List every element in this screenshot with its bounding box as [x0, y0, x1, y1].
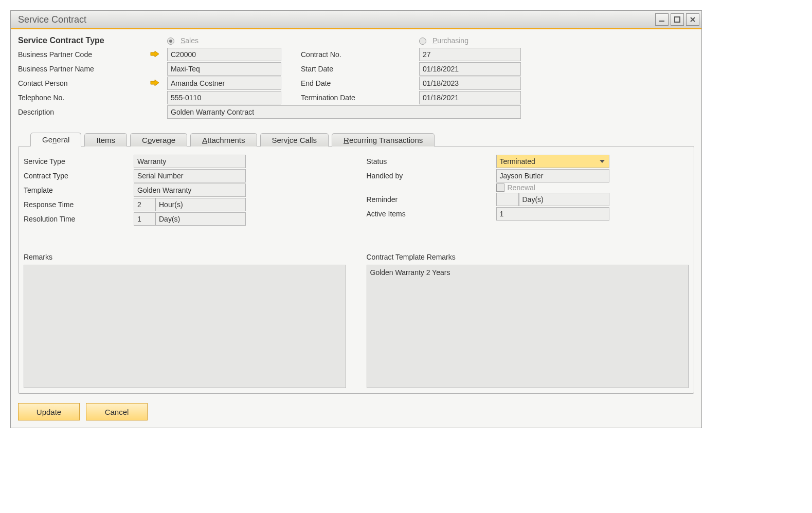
- renewal-label: Renewal: [508, 184, 535, 192]
- radio-purchasing-label: Purchasing: [432, 36, 468, 45]
- remarks-textarea[interactable]: [24, 265, 346, 388]
- term-date-label: Termination Date: [301, 92, 419, 103]
- response-time-val[interactable]: 2: [134, 198, 155, 211]
- close-icon: [690, 16, 696, 23]
- resolution-time-label: Resolution Time: [24, 213, 134, 225]
- end-date-label: End Date: [301, 78, 419, 89]
- close-button[interactable]: [686, 13, 699, 26]
- window-buttons: [655, 13, 699, 26]
- service-type-field[interactable]: Warranty: [134, 155, 246, 168]
- response-time-label: Response Time: [24, 199, 134, 210]
- bp-code-field[interactable]: C20000: [167, 48, 281, 61]
- contact-link[interactable]: [150, 79, 167, 88]
- bp-code-label: Business Partner Code: [18, 49, 150, 60]
- reminder-val[interactable]: [496, 193, 519, 206]
- link-arrow-icon: [150, 50, 160, 58]
- svg-rect-0: [659, 21, 664, 22]
- handled-by-field[interactable]: Jayson Butler: [496, 169, 609, 182]
- svg-marker-5: [151, 80, 159, 86]
- service-contract-window: Service Contract Service Contract Type S…: [10, 10, 702, 428]
- contract-no-field[interactable]: 27: [419, 48, 521, 61]
- bp-name-field[interactable]: Maxi-Teq: [167, 62, 281, 76]
- minimize-button[interactable]: [655, 13, 669, 26]
- status-select[interactable]: Terminated: [496, 155, 609, 168]
- bp-code-link[interactable]: [150, 50, 167, 59]
- bp-name-label: Business Partner Name: [18, 63, 150, 75]
- contract-type-label2: Contract Type: [24, 170, 134, 181]
- svg-rect-1: [675, 17, 680, 22]
- radio-sales[interactable]: [167, 38, 174, 45]
- resolution-time-unit[interactable]: Day(s): [155, 212, 246, 226]
- tab-general[interactable]: General: [30, 133, 81, 146]
- svg-marker-6: [600, 160, 605, 163]
- status-label: Status: [367, 156, 496, 167]
- start-date-label: Start Date: [301, 63, 419, 75]
- contract-no-label: Contract No.: [301, 49, 419, 60]
- tab-service-calls[interactable]: Service Calls: [260, 133, 329, 146]
- radio-sales-group: Sales: [167, 36, 281, 45]
- handled-by-label: Handled by: [367, 170, 496, 181]
- status-value: Terminated: [500, 157, 535, 166]
- header-form: Service Contract Type Sales Purchasing B…: [18, 34, 694, 119]
- template-remarks-label: Contract Template Remarks: [367, 251, 689, 263]
- tel-label: Telephone No.: [18, 92, 150, 103]
- contact-field[interactable]: Amanda Costner: [167, 77, 281, 90]
- minimize-icon: [659, 16, 665, 23]
- active-items-field[interactable]: 1: [496, 207, 609, 221]
- tab-coverage[interactable]: Coverage: [130, 133, 187, 146]
- active-items-label: Active Items: [367, 208, 496, 219]
- template-remarks-textarea[interactable]: Golden Warranty 2 Years: [367, 265, 689, 388]
- tab-recurring[interactable]: Recurring Transactions: [332, 133, 435, 146]
- desc-field[interactable]: Golden Warranty Contract: [167, 105, 521, 119]
- tab-panel-general: Service Type Warranty Contract Type Seri…: [18, 146, 694, 394]
- maximize-button[interactable]: [671, 13, 684, 26]
- contract-type-field[interactable]: Serial Number: [134, 169, 246, 182]
- chevron-down-icon: [598, 157, 607, 166]
- window-title: Service Contract: [18, 14, 86, 25]
- renewal-row: Renewal: [496, 184, 609, 192]
- start-date-field[interactable]: 01/18/2021: [419, 62, 521, 76]
- radio-sales-label: Sales: [181, 36, 199, 45]
- reminder-label: Reminder: [367, 194, 496, 205]
- desc-label: Description: [18, 106, 150, 118]
- term-date-field[interactable]: 01/18/2021: [419, 91, 521, 104]
- maximize-icon: [674, 16, 680, 23]
- tab-attachments[interactable]: Attachments: [190, 133, 257, 146]
- contact-label: Contact Person: [18, 78, 150, 89]
- remarks-label: Remarks: [24, 251, 346, 263]
- svg-marker-4: [151, 51, 159, 57]
- cancel-button[interactable]: Cancel: [86, 403, 148, 420]
- tabs: General Items Coverage Attachments Servi…: [18, 132, 694, 146]
- tel-field[interactable]: 555-0110: [167, 91, 281, 104]
- link-arrow-icon: [150, 79, 160, 86]
- resolution-time-val[interactable]: 1: [134, 212, 155, 226]
- template-label: Template: [24, 185, 134, 196]
- reminder-unit[interactable]: Day(s): [519, 193, 609, 206]
- end-date-field[interactable]: 01/18/2023: [419, 77, 521, 90]
- contract-type-label: Service Contract Type: [18, 34, 150, 47]
- tab-items[interactable]: Items: [84, 133, 127, 146]
- response-time-unit[interactable]: Hour(s): [155, 198, 246, 211]
- update-button[interactable]: Update: [18, 403, 80, 420]
- radio-purchasing-group: Purchasing: [419, 36, 521, 45]
- template-field[interactable]: Golden Warranty: [134, 184, 246, 197]
- renewal-checkbox[interactable]: [496, 184, 504, 192]
- radio-purchasing[interactable]: [419, 38, 426, 45]
- titlebar: Service Contract: [11, 11, 701, 29]
- action-buttons: Update Cancel: [18, 403, 694, 420]
- service-type-label: Service Type: [24, 156, 134, 167]
